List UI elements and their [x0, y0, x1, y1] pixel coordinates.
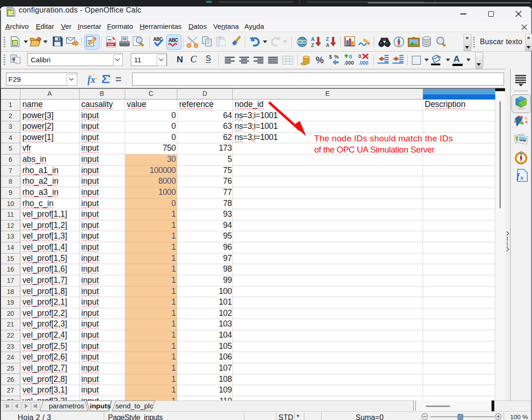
svg-text:PDF: PDF [108, 43, 114, 46]
svg-text:Z: Z [326, 36, 329, 42]
svg-text:A: A [311, 36, 315, 42]
svg-text:0: 0 [349, 54, 352, 60]
svg-text:N: N [520, 152, 522, 154]
svg-text:A: A [326, 42, 330, 48]
svg-text:$: $ [329, 54, 332, 60]
svg-text:0: 0 [358, 53, 361, 59]
svg-text:%: % [334, 54, 339, 60]
svg-text:send_to_plc: send_to_plc [115, 402, 153, 410]
svg-text:ABC: ABC [168, 38, 178, 43]
svg-text:inputs: inputs [90, 402, 111, 410]
svg-text:.000: .000 [358, 60, 368, 66]
svg-text:Z: Z [311, 42, 314, 48]
svg-text:x: x [520, 174, 524, 181]
svg-text:.000: .000 [344, 60, 354, 66]
svg-text:parametros: parametros [49, 402, 84, 410]
